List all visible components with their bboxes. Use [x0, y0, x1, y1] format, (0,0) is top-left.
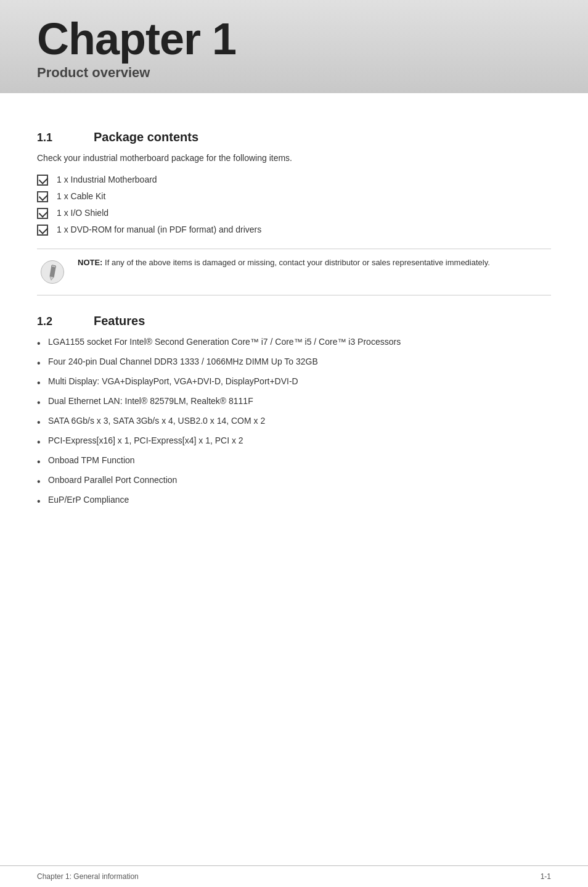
chapter-title: Chapter 1: [37, 15, 551, 64]
bullet-icon: •: [37, 336, 42, 351]
note-content: If any of the above items is damaged or …: [105, 258, 490, 267]
package-contents-list: 1 x Industrial Motherboard 1 x Cable Kit…: [37, 173, 551, 236]
note-box: NOTE: If any of the above items is damag…: [37, 249, 551, 295]
bullet-icon: •: [37, 494, 42, 509]
bullet-icon: •: [37, 435, 42, 450]
checkbox-icon: [37, 175, 48, 186]
section-1-2-title: Features: [94, 314, 145, 328]
section-1-1-number: 1.1: [37, 131, 74, 144]
feature-item-text: Four 240-pin Dual Channel DDR3 1333 / 10…: [48, 355, 318, 368]
section-1-1-title: Package contents: [94, 130, 198, 144]
features-list: • LGA1155 socket For Intel® Second Gener…: [37, 336, 551, 509]
footer-left: Chapter 1: General information: [37, 872, 139, 881]
feature-item-text: Multi Display: VGA+DisplayPort, VGA+DVI-…: [48, 375, 298, 388]
page-footer: Chapter 1: General information 1-1: [0, 865, 588, 887]
feature-item-text: SATA 6Gb/s x 3, SATA 3Gb/s x 4, USB2.0 x…: [48, 415, 265, 427]
note-icon: [37, 257, 68, 287]
bullet-icon: •: [37, 356, 42, 371]
feature-item-text: EuP/ErP Compliance: [48, 493, 129, 506]
bullet-icon: •: [37, 376, 42, 390]
checkbox-icon: [37, 225, 48, 236]
bullet-icon: •: [37, 455, 42, 469]
list-item: 1 x Cable Kit: [37, 190, 551, 203]
bullet-icon: •: [37, 474, 42, 489]
list-item-text: 1 x DVD-ROM for manual (in PDF format) a…: [57, 223, 261, 236]
list-item: 1 x DVD-ROM for manual (in PDF format) a…: [37, 223, 551, 236]
feature-item-text: PCI-Express[x16] x 1, PCI-Express[x4] x …: [48, 434, 243, 447]
list-item: 1 x Industrial Motherboard: [37, 173, 551, 186]
feature-item-text: Onboad TPM Function: [48, 454, 135, 467]
chapter-subtitle: Product overview: [37, 65, 551, 81]
bullet-icon: •: [37, 415, 42, 430]
list-item: • Dual Ethernet LAN: Intel® 82579LM, Rea…: [37, 395, 551, 410]
page: Chapter 1 Product overview 1.1 Package c…: [0, 0, 588, 887]
list-item: • SATA 6Gb/s x 3, SATA 3Gb/s x 4, USB2.0…: [37, 415, 551, 430]
checkbox-icon: [37, 208, 48, 219]
section-1-1-heading: 1.1 Package contents: [37, 130, 551, 144]
note-text: NOTE: If any of the above items is damag…: [78, 257, 490, 269]
list-item: • EuP/ErP Compliance: [37, 493, 551, 509]
chapter-header: Chapter 1 Product overview: [0, 0, 588, 93]
section-1-2-number: 1.2: [37, 315, 74, 328]
section-1-1-intro: Check your industrial motherboard packag…: [37, 152, 551, 165]
feature-item-text: Dual Ethernet LAN: Intel® 82579LM, Realt…: [48, 395, 253, 408]
list-item: • Multi Display: VGA+DisplayPort, VGA+DV…: [37, 375, 551, 390]
section-1-2-heading: 1.2 Features: [37, 314, 551, 328]
feature-item-text: Onboard Parallel Port Connection: [48, 474, 177, 487]
list-item: • Onboard Parallel Port Connection: [37, 474, 551, 489]
list-item: • Four 240-pin Dual Channel DDR3 1333 / …: [37, 355, 551, 371]
list-item: • PCI-Express[x16] x 1, PCI-Express[x4] …: [37, 434, 551, 450]
checkbox-icon: [37, 191, 48, 202]
list-item-text: 1 x I/O Shield: [57, 207, 108, 220]
list-item-text: 1 x Industrial Motherboard: [57, 173, 157, 186]
footer-right: 1-1: [541, 872, 551, 881]
feature-item-text: LGA1155 socket For Intel® Second Generat…: [48, 336, 401, 349]
list-item: 1 x I/O Shield: [37, 207, 551, 220]
bullet-icon: •: [37, 395, 42, 410]
list-item-text: 1 x Cable Kit: [57, 190, 105, 203]
pencil-icon: [39, 259, 65, 285]
list-item: • Onboad TPM Function: [37, 454, 551, 469]
note-label: NOTE:: [78, 258, 102, 267]
list-item: • LGA1155 socket For Intel® Second Gener…: [37, 336, 551, 351]
main-content: 1.1 Package contents Check your industri…: [0, 93, 588, 865]
